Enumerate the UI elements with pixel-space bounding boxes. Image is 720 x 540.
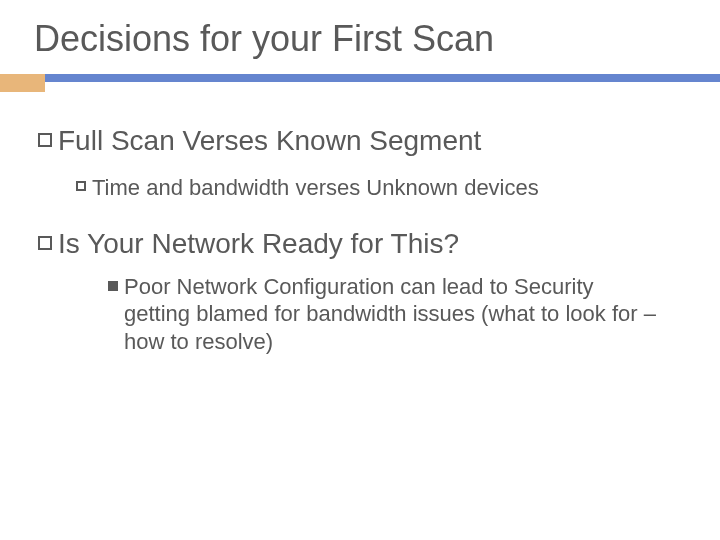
square-bullet-icon xyxy=(38,133,52,147)
bullet-text: Poor Network Configuration can lead to S… xyxy=(124,273,660,356)
accent-blue-strip xyxy=(0,74,720,82)
bullet-text: Is Your Network Ready for This? xyxy=(58,227,459,261)
list-item: Time and bandwidth verses Unknown device… xyxy=(76,174,690,202)
slide: Decisions for your First Scan Full Scan … xyxy=(0,0,720,540)
square-bullet-icon xyxy=(38,236,52,250)
slide-title: Decisions for your First Scan xyxy=(34,18,690,60)
list-item: Poor Network Configuration can lead to S… xyxy=(108,273,690,356)
bullet-text: Time and bandwidth verses Unknown device… xyxy=(92,174,539,202)
list-item: Full Scan Verses Known Segment xyxy=(38,124,690,158)
square-bullet-icon xyxy=(76,181,86,191)
list-item: Is Your Network Ready for This? xyxy=(38,227,690,261)
content-area: Full Scan Verses Known Segment Time and … xyxy=(30,124,690,355)
filled-square-bullet-icon xyxy=(108,281,118,291)
bullet-text: Full Scan Verses Known Segment xyxy=(58,124,481,158)
accent-bar xyxy=(0,74,720,94)
accent-orange-block xyxy=(0,74,45,92)
